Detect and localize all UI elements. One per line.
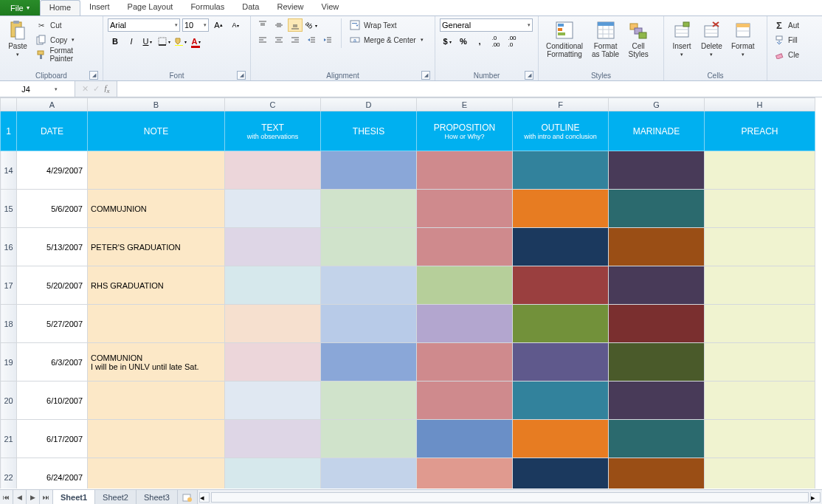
accounting-format-button[interactable]: $ <box>440 35 455 48</box>
cell-D20[interactable] <box>321 382 417 420</box>
cell-E19[interactable] <box>417 343 513 382</box>
cell-H15[interactable] <box>705 190 815 228</box>
col-header-B[interactable]: B <box>88 98 225 111</box>
header-cell-G[interactable]: MARINADE <box>609 111 705 151</box>
row-header-1[interactable]: 1 <box>1 111 17 151</box>
insert-cells-button[interactable]: Insert <box>669 18 695 60</box>
align-bottom-button[interactable] <box>288 18 303 32</box>
delete-cells-button[interactable]: Delete <box>698 18 725 60</box>
select-all-corner[interactable] <box>1 98 17 111</box>
formula-input[interactable] <box>117 81 822 97</box>
sheet-tab-1[interactable]: Sheet1 <box>53 490 95 504</box>
fill-color-button[interactable] <box>173 35 187 48</box>
header-cell-F[interactable]: OUTLINEwith intro and conclusion <box>513 111 609 151</box>
cell-G22[interactable] <box>609 458 705 489</box>
cell-D14[interactable] <box>321 151 417 190</box>
col-header-A[interactable]: A <box>17 98 88 111</box>
bold-button[interactable]: B <box>108 35 122 48</box>
wrap-text-button[interactable]: Wrap Text <box>348 18 425 32</box>
cell-B17[interactable]: RHS GRADUATION <box>88 266 225 305</box>
align-top-button[interactable] <box>255 18 270 32</box>
borders-button[interactable] <box>156 35 171 48</box>
horizontal-scrollbar[interactable]: ◂ ▸ <box>198 490 822 504</box>
cell-D19[interactable] <box>321 343 417 382</box>
cell-A20[interactable]: 6/10/2007 <box>17 382 88 420</box>
clipboard-dialog-launcher[interactable]: ◢ <box>89 71 98 80</box>
tab-home[interactable]: Home <box>40 0 80 15</box>
cell-C14[interactable] <box>225 151 321 190</box>
cell-F19[interactable] <box>513 343 609 382</box>
cell-G17[interactable] <box>609 266 705 305</box>
col-header-F[interactable]: F <box>513 98 609 111</box>
cell-E14[interactable] <box>417 151 513 190</box>
sheet-tab-2[interactable]: Sheet2 <box>95 490 137 504</box>
sheet-nav-next[interactable]: ▶ <box>27 490 40 504</box>
cell-E17[interactable] <box>417 266 513 305</box>
header-cell-D[interactable]: THESIS <box>321 111 417 151</box>
name-box-dropdown-icon[interactable]: ▾ <box>52 86 61 92</box>
row-header-21[interactable]: 21 <box>1 420 17 458</box>
cell-B14[interactable] <box>88 151 225 190</box>
merge-center-button[interactable]: aMerge & Center▾ <box>348 33 425 46</box>
cell-F17[interactable] <box>513 266 609 305</box>
cell-E20[interactable] <box>417 382 513 420</box>
cell-H17[interactable] <box>705 266 815 305</box>
row-header-18[interactable]: 18 <box>1 305 17 343</box>
cell-C21[interactable] <box>225 420 321 458</box>
cell-C20[interactable] <box>225 382 321 420</box>
cell-G18[interactable] <box>609 305 705 343</box>
col-header-E[interactable]: E <box>417 98 513 111</box>
cell-H14[interactable] <box>705 151 815 190</box>
tab-page-layout[interactable]: Page Layout <box>119 0 182 15</box>
cell-A15[interactable]: 5/6/2007 <box>17 190 88 228</box>
font-color-button[interactable]: A <box>189 35 204 48</box>
cell-C18[interactable] <box>225 305 321 343</box>
underline-button[interactable]: U <box>140 35 155 48</box>
cell-F18[interactable] <box>513 305 609 343</box>
font-dialog-launcher[interactable]: ◢ <box>237 71 246 80</box>
align-middle-button[interactable] <box>272 18 286 32</box>
row-header-19[interactable]: 19 <box>1 343 17 382</box>
col-header-C[interactable]: C <box>225 98 321 111</box>
cell-H18[interactable] <box>705 305 815 343</box>
tab-view[interactable]: View <box>313 0 348 15</box>
cell-C22[interactable] <box>225 458 321 489</box>
cell-C19[interactable] <box>225 343 321 382</box>
file-tab[interactable]: File <box>0 0 40 15</box>
cell-G19[interactable] <box>609 343 705 382</box>
cell-B15[interactable]: COMMUJNION <box>88 190 225 228</box>
align-left-button[interactable] <box>255 33 270 46</box>
cell-A14[interactable]: 4/29/2007 <box>17 151 88 190</box>
number-format-select[interactable]: General▾ <box>440 18 533 32</box>
cell-A21[interactable]: 6/17/2007 <box>17 420 88 458</box>
tab-review[interactable]: Review <box>268 0 312 15</box>
cell-E15[interactable] <box>417 190 513 228</box>
cell-E18[interactable] <box>417 305 513 343</box>
format-as-table-button[interactable]: Format as Table <box>589 18 622 60</box>
cell-D22[interactable] <box>321 458 417 489</box>
new-sheet-button[interactable] <box>178 490 198 504</box>
cell-C15[interactable] <box>225 190 321 228</box>
cell-B18[interactable] <box>88 305 225 343</box>
number-dialog-launcher[interactable]: ◢ <box>525 71 533 80</box>
decrease-decimal-button[interactable]: .00.0 <box>505 35 519 48</box>
format-cells-button[interactable]: Format <box>728 18 758 60</box>
percent-format-button[interactable]: % <box>456 35 471 48</box>
col-header-G[interactable]: G <box>609 98 705 111</box>
cell-E16[interactable] <box>417 228 513 266</box>
conditional-formatting-button[interactable]: Conditional Formatting <box>543 18 586 60</box>
align-center-button[interactable] <box>272 33 286 46</box>
name-box[interactable]: ▾ <box>0 81 75 97</box>
sheet-tab-3[interactable]: Sheet3 <box>137 490 178 504</box>
align-right-button[interactable] <box>288 33 303 46</box>
row-header-17[interactable]: 17 <box>1 266 17 305</box>
format-painter-button[interactable]: Format Painter <box>34 48 98 61</box>
row-header-14[interactable]: 14 <box>1 151 17 190</box>
cell-D18[interactable] <box>321 305 417 343</box>
cell-G16[interactable] <box>609 228 705 266</box>
comma-format-button[interactable]: , <box>472 35 487 48</box>
cell-E22[interactable] <box>417 458 513 489</box>
cell-styles-button[interactable]: Cell Styles <box>625 18 652 60</box>
sheet-nav-first[interactable]: ⏮ <box>0 490 13 504</box>
hscroll-track[interactable] <box>211 492 809 503</box>
